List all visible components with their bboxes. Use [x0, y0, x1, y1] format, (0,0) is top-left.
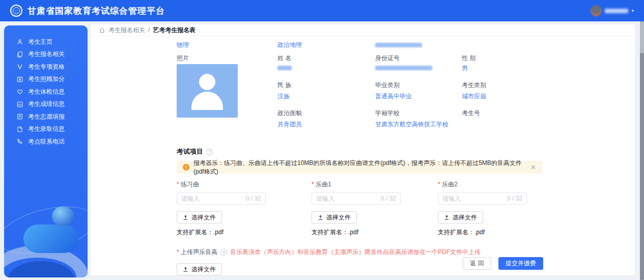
piece2-upload-button[interactable]: 选择文件 — [438, 211, 483, 223]
sidebar-item-registration[interactable]: 考生报名相关 — [4, 48, 88, 61]
app-header: □ 甘肃省国家教育考试综合管理平台 ▾ — [0, 0, 644, 21]
field-etude: 练习曲 请输入 0 / 32 选择文件 支持扩展名：.pdf — [177, 180, 312, 237]
piece2-input[interactable]: 请输入 0 / 32 — [438, 192, 527, 205]
graduation-label: 毕业类别 — [375, 81, 462, 90]
candidate-photo — [177, 64, 238, 118]
sidebar-item-label: 考生主页 — [28, 38, 52, 46]
phone-icon — [16, 138, 23, 145]
upload-icon — [183, 267, 188, 272]
school-label: 学籍学校 — [375, 109, 462, 118]
scrollbar-thumb[interactable] — [640, 53, 644, 280]
subject-value-3-redacted — [375, 43, 422, 47]
sidebar-item-label: 考生成绩信息 — [28, 100, 65, 108]
sidebar-item-health[interactable]: 考生体检信息 — [4, 86, 88, 98]
etude-char-counter: 0 / 32 — [246, 195, 261, 202]
user-menu[interactable]: ▾ — [591, 5, 634, 16]
page-scrollbar[interactable] — [640, 21, 644, 280]
field-piece1: 乐曲1 请输入 0 / 32 选择文件 支持扩展名：.pdf — [312, 180, 438, 237]
sidebar-item-admission[interactable]: 考生录取信息 — [4, 123, 88, 136]
sidebar-item-bonus[interactable]: 考生照顾加分 — [4, 73, 88, 86]
exam-section-title: 考试项目 ? — [177, 147, 635, 156]
vocal-pitch-section: 上传声乐音高 ? 音乐表演类（声乐方向）和音乐教育（主项声乐）两首作品音高乐谱放… — [177, 248, 635, 275]
volunteer-icon — [16, 113, 23, 120]
piece1-upload-button[interactable]: 选择文件 — [312, 211, 357, 223]
id-label: 身份证号 — [375, 54, 462, 63]
alert-close-icon[interactable]: ✕ — [530, 163, 536, 171]
user-name — [605, 9, 628, 13]
user-menu-caret-icon: ▾ — [631, 8, 634, 13]
piece2-label: 乐曲2 — [438, 180, 542, 189]
piece1-label: 乐曲1 — [312, 180, 438, 189]
piece2-ext-hint: 支持扩展名：.pdf — [438, 228, 542, 237]
breadcrumb-parent[interactable]: 考生报名相关 — [108, 26, 145, 35]
gender-label: 性 别 — [462, 54, 635, 63]
ethnic-label: 民 族 — [277, 81, 375, 90]
sidebar-item-label: 考生报名相关 — [28, 50, 65, 59]
form-actions: 返 回 提交并缴费 — [463, 257, 543, 270]
health-icon — [16, 88, 23, 95]
vocal-label: 上传声乐音高 — [177, 248, 217, 257]
sidebar-item-label: 考生录取信息 — [28, 125, 65, 133]
ethnic-value: 汉族 — [277, 92, 375, 101]
warning-icon: ! — [183, 164, 189, 171]
sidebar-item-label: 考生体检信息 — [28, 88, 65, 96]
id-value-redacted — [375, 66, 432, 70]
vocal-help-icon[interactable]: ? — [220, 249, 227, 256]
back-button[interactable]: 返 回 — [463, 257, 491, 270]
gender-value: 男 — [462, 64, 635, 73]
breadcrumb-current: 艺考考生报名表 — [153, 26, 195, 35]
alert-text: 报考器乐：练习曲、乐曲请上传不超过10MB的所填名称对应曲谱文件(pdf格式)，… — [193, 159, 526, 176]
sidebar-item-volunteer[interactable]: 考生志愿填报 — [4, 110, 88, 123]
name-label: 姓 名 — [277, 54, 375, 63]
user-icon — [16, 38, 23, 45]
user-avatar[interactable] — [591, 5, 602, 16]
piece1-input[interactable]: 请输入 0 / 32 — [312, 192, 401, 205]
etude-ext-hint: 支持扩展名：.pdf — [177, 228, 312, 237]
sidebar-item-qualification[interactable]: 考生专项资格 — [4, 61, 88, 73]
photo-label: 照片 — [177, 54, 277, 63]
platform-title: 甘肃省国家教育考试综合管理平台 — [27, 5, 165, 17]
exam-help-icon[interactable]: ? — [206, 149, 213, 155]
submit-pay-button[interactable]: 提交并缴费 — [498, 257, 543, 270]
candidate-profile: 照片 姓 名 身份证号 性 别 男 民 族 毕业类别 考生类别 汉族 普通高中毕… — [177, 54, 635, 138]
sidebar-item-label: 考生志愿填报 — [28, 113, 65, 121]
sidebar-decoration — [4, 206, 88, 277]
etude-input[interactable]: 请输入 0 / 32 — [177, 192, 266, 205]
exam-fields: 练习曲 请输入 0 / 32 选择文件 支持扩展名：.pdf 乐曲1 请输入 0… — [177, 180, 542, 237]
score-icon — [16, 101, 23, 108]
piece2-char-counter: 0 / 32 — [507, 195, 522, 202]
home-icon — [99, 27, 105, 34]
sidebar-item-label: 考生专项资格 — [28, 63, 65, 71]
category-label: 考生类别 — [462, 81, 635, 90]
category-value: 城市应届 — [462, 92, 635, 101]
etude-upload-button[interactable]: 选择文件 — [177, 211, 222, 223]
graduation-value: 普通高中毕业 — [375, 92, 462, 101]
sidebar: 考生主页 考生报名相关 考生专项资格 考生照顾加分 考生体检信息 考生成绩信息 … — [4, 25, 88, 277]
sidebar-item-phone[interactable]: 考点联系电话 — [4, 135, 88, 148]
political-label: 政治面貌 — [277, 109, 375, 118]
etude-label: 练习曲 — [177, 180, 312, 189]
upload-warning-alert: ! 报考器乐：练习曲、乐曲请上传不超过10MB的所填名称对应曲谱文件(pdf格式… — [177, 161, 542, 174]
admission-icon — [16, 126, 23, 133]
exam-no-label: 考生号 — [462, 109, 635, 118]
subject-value-1: 物理 — [177, 41, 277, 49]
qualification-icon — [16, 63, 23, 70]
photo-silhouette-icon — [199, 74, 215, 90]
field-piece2: 乐曲2 请输入 0 / 32 选择文件 支持扩展名：.pdf — [438, 180, 542, 237]
upload-icon — [318, 215, 323, 220]
registration-icon — [16, 51, 23, 58]
bonus-icon — [16, 76, 23, 83]
sidebar-item-label: 考点联系电话 — [28, 137, 65, 146]
subject-values-row: 物理 政治地理 — [177, 41, 635, 49]
sidebar-item-home[interactable]: 考生主页 — [4, 36, 88, 48]
subject-value-2: 政治地理 — [277, 41, 375, 49]
sidebar-item-score[interactable]: 考生成绩信息 — [4, 98, 88, 111]
sidebar-nav: 考生主页 考生报名相关 考生专项资格 考生照顾加分 考生体检信息 考生成绩信息 … — [4, 25, 88, 148]
breadcrumb: 考生报名相关 / 艺考考生报名表 — [91, 24, 635, 36]
piece1-ext-hint: 支持扩展名：.pdf — [312, 228, 438, 237]
name-value-redacted — [277, 66, 292, 70]
sidebar-item-label: 考生照顾加分 — [28, 75, 65, 83]
school-value: 甘肃东方航空高铁技工学校 — [375, 120, 462, 129]
vocal-upload-button[interactable]: 选择文件 — [177, 263, 222, 275]
piece1-char-counter: 0 / 32 — [381, 195, 396, 202]
